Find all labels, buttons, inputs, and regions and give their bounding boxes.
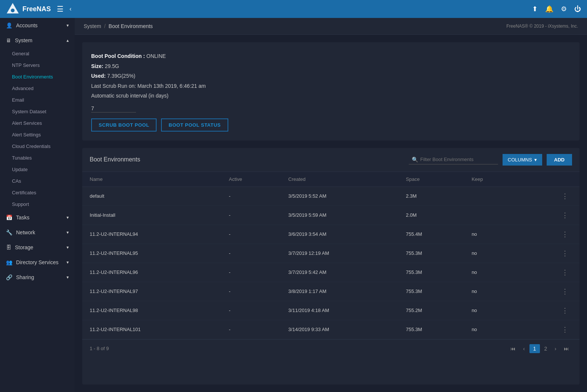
- power-icon[interactable]: ⏻: [574, 5, 581, 13]
- last-scrub-value: March 13th 2019, 6:46:21 am: [138, 83, 206, 89]
- directory-icon: 👥: [6, 259, 12, 265]
- scrub-interval-input[interactable]: 7: [91, 105, 136, 112]
- cell-keep: no: [464, 320, 519, 339]
- row-actions-button[interactable]: ⋮: [559, 268, 572, 277]
- sidebar-item-certificates[interactable]: Certificates: [6, 187, 75, 198]
- hamburger-icon[interactable]: ☰: [57, 4, 64, 13]
- chevron-down-icon-dir: ▾: [67, 260, 69, 265]
- chevron-down-icon-tasks: ▾: [67, 215, 69, 220]
- sidebar-item-system-dataset[interactable]: System Dataset: [6, 106, 75, 117]
- auto-scrub-label: Automatic scrub interval (in days): [91, 91, 571, 101]
- sidebar-item-sharing[interactable]: 🔗 Sharing ▾: [0, 270, 75, 285]
- boot-pool-used: Used: 7.39G(25%): [91, 71, 571, 81]
- cell-space: 755.3M: [398, 263, 464, 282]
- table-header-row: Name Active Created Space Keep: [82, 172, 580, 187]
- cell-name: 11.2-U2-INTERNAL94: [82, 225, 222, 244]
- bell-icon[interactable]: 🔔: [545, 5, 553, 13]
- copyright-text: FreeNAS® © 2019 - iXsystems, Inc.: [506, 24, 578, 29]
- row-actions-button[interactable]: ⋮: [559, 210, 572, 220]
- sidebar-label-network: Network: [16, 229, 35, 235]
- sharing-icon: 🔗: [6, 274, 12, 280]
- sidebar-item-network[interactable]: 🔧 Network ▾: [0, 225, 75, 240]
- used-label: Used:: [91, 73, 106, 79]
- sidebar-item-system[interactable]: 🖥 System ▴: [0, 33, 75, 48]
- sidebar-item-tasks[interactable]: 📅 Tasks ▾: [0, 210, 75, 225]
- next-page-button[interactable]: ›: [552, 344, 559, 353]
- row-actions-button[interactable]: ⋮: [559, 249, 572, 258]
- scrub-boot-pool-button[interactable]: SCRUB BOOT POOL: [91, 118, 157, 132]
- sidebar-label-accounts: Accounts: [16, 22, 38, 28]
- sidebar-item-general[interactable]: General: [6, 48, 75, 59]
- cell-created: 3/14/2019 9:33 AM: [281, 320, 399, 339]
- topbar-left: FreeNAS ☰ ‹: [6, 2, 71, 16]
- sidebar-item-cas[interactable]: CAs: [6, 175, 75, 187]
- chevron-down-icon: ▾: [67, 23, 69, 28]
- settings-icon[interactable]: ⚙: [561, 5, 567, 13]
- boot-pool-status-button[interactable]: BOOT POOL STATUS: [161, 118, 228, 132]
- sidebar: 👤 Accounts ▾ 🖥 System ▴ General NTP Serv…: [0, 18, 75, 392]
- sidebar-item-directory-services[interactable]: 👥 Directory Services ▾: [0, 255, 75, 270]
- back-icon[interactable]: ‹: [69, 6, 71, 12]
- boot-pool-last-scrub: Last Scrub Run on: March 13th 2019, 6:46…: [91, 81, 571, 91]
- row-actions-button[interactable]: ⋮: [559, 191, 572, 201]
- sidebar-item-advanced[interactable]: Advanced: [6, 83, 75, 94]
- sidebar-label-email: Email: [12, 97, 24, 103]
- cell-space: 2.3M: [398, 186, 464, 206]
- cell-created: 3/5/2019 5:59 AM: [281, 206, 399, 225]
- breadcrumb-parent[interactable]: System: [84, 23, 101, 29]
- sidebar-item-tunables[interactable]: Tunables: [6, 152, 75, 164]
- cell-name: 11.2-U2-INTERNAL98: [82, 301, 222, 320]
- sidebar-label-support: Support: [12, 201, 29, 207]
- page-2-button[interactable]: 2: [541, 344, 550, 353]
- sidebar-item-update[interactable]: Update: [6, 164, 75, 175]
- cell-active: -: [222, 301, 281, 320]
- sidebar-label-system: System: [15, 37, 33, 43]
- sidebar-item-boot-environments[interactable]: Boot Environments: [6, 71, 75, 83]
- row-actions-button[interactable]: ⋮: [559, 287, 572, 296]
- row-actions-button[interactable]: ⋮: [559, 325, 572, 334]
- storage-icon: 🗄: [6, 244, 11, 250]
- sidebar-item-accounts[interactable]: 👤 Accounts ▾: [0, 18, 75, 33]
- sidebar-item-storage[interactable]: 🗄 Storage ▾: [0, 240, 75, 255]
- search-icon: 🔍: [412, 157, 418, 163]
- cell-keep: [464, 206, 519, 225]
- topbar-icons: ⬆ 🔔 ⚙ ⏻: [532, 5, 581, 13]
- svg-point-1: [11, 9, 15, 12]
- table-title: Boot Environments: [90, 156, 140, 163]
- cell-space: 755.4M: [398, 225, 464, 244]
- search-input[interactable]: [420, 157, 495, 162]
- sidebar-item-alert-services[interactable]: Alert Services: [6, 117, 75, 129]
- sidebar-item-cloud-credentials[interactable]: Cloud Credentials: [6, 141, 75, 152]
- sidebar-item-support[interactable]: Support: [6, 198, 75, 210]
- upload-icon[interactable]: ⬆: [532, 5, 538, 13]
- cell-actions: ⋮: [520, 206, 580, 225]
- table-header-right: 🔍 COLUMNS ▾ ADD: [409, 154, 572, 166]
- col-keep: Keep: [464, 172, 519, 187]
- cell-keep: no: [464, 263, 519, 282]
- first-page-button[interactable]: ⏮: [507, 344, 519, 353]
- cell-name: Initial-Install: [82, 206, 222, 225]
- cell-keep: no: [464, 282, 519, 301]
- sidebar-label-tasks: Tasks: [16, 214, 30, 220]
- sidebar-item-alert-settings[interactable]: Alert Settings: [6, 129, 75, 141]
- col-space: Space: [398, 172, 464, 187]
- row-actions-button[interactable]: ⋮: [559, 306, 572, 315]
- sidebar-item-ntp-servers[interactable]: NTP Servers: [6, 59, 75, 71]
- table-row: 11.2-U2-INTERNAL97 - 3/8/2019 1:17 AM 75…: [82, 282, 580, 301]
- boot-pool-condition: Boot Pool Condition : ONLINE: [91, 51, 571, 61]
- cell-created: 3/6/2019 3:54 AM: [281, 225, 399, 244]
- sidebar-item-email[interactable]: Email: [6, 94, 75, 106]
- columns-button[interactable]: COLUMNS ▾: [503, 154, 542, 166]
- cell-space: 755.3M: [398, 282, 464, 301]
- add-button[interactable]: ADD: [547, 154, 572, 166]
- last-page-button[interactable]: ⏭: [561, 344, 572, 353]
- auto-scrub-text: Automatic scrub interval (in days): [91, 93, 169, 99]
- cell-actions: ⋮: [520, 263, 580, 282]
- col-active: Active: [222, 172, 281, 187]
- prev-page-button[interactable]: ‹: [520, 344, 528, 353]
- row-actions-button[interactable]: ⋮: [559, 229, 572, 239]
- chevron-down-icon-storage: ▾: [67, 245, 69, 250]
- table-head: Name Active Created Space Keep: [82, 172, 580, 187]
- page-1-button[interactable]: 1: [529, 344, 540, 353]
- last-scrub-label: Last Scrub Run on:: [91, 83, 136, 89]
